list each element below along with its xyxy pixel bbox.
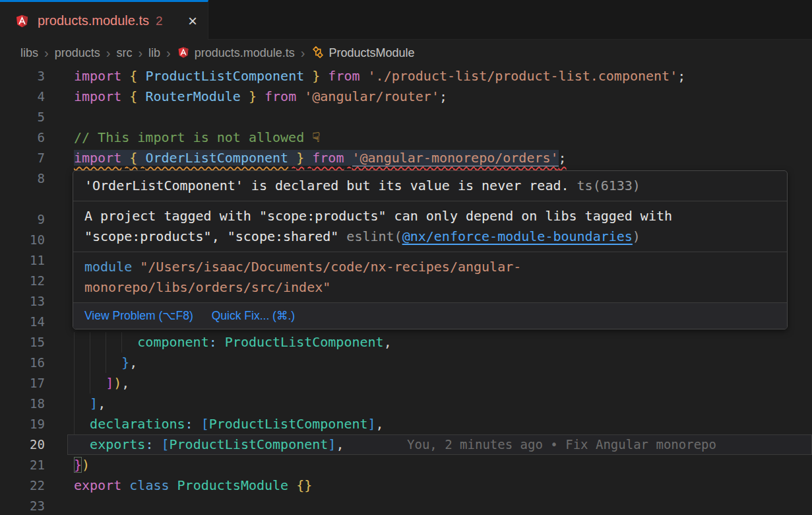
- code-token: [121, 477, 129, 493]
- code-token: }: [121, 355, 129, 370]
- line-number: 4: [0, 86, 45, 107]
- git-blame-annotation: You, 2 minutes ago • Fix Angular monorep…: [407, 434, 716, 455]
- code-text: // This import is not allowed ☟: [74, 127, 320, 148]
- hover-section-2: A project tagged with "scope:products" c…: [73, 201, 787, 252]
- line-number: 22: [0, 475, 45, 496]
- code-token: '@angular/router': [304, 88, 439, 104]
- code-token: declarations: [90, 416, 185, 432]
- code-token: ]: [90, 395, 98, 411]
- code-line-23[interactable]: 23: [0, 496, 812, 515]
- code-token: '@angular-monorepo/orders': [352, 150, 559, 166]
- hover-text: monorepo/libs/orders/src/index": [84, 279, 330, 295]
- close-icon[interactable]: ×: [188, 13, 197, 29]
- code-token: [121, 88, 129, 104]
- code-line-4[interactable]: 4import { RouterModule } from '@angular/…: [0, 86, 812, 107]
- code-text: }): [74, 455, 90, 475]
- breadcrumb-item-products-module-ts[interactable]: products.module.ts: [177, 46, 295, 60]
- breadcrumb-label: libs: [20, 46, 38, 59]
- code-text: ],: [74, 394, 106, 414]
- line-number: 3: [0, 66, 45, 86]
- code-text: declarations: [ProductListComponent],: [74, 414, 384, 434]
- hover-text: ts(6133): [569, 178, 640, 193]
- code-token: [137, 88, 145, 104]
- line-number: 7: [0, 148, 45, 168]
- code-token: [74, 355, 121, 370]
- breadcrumb-label: lib: [148, 46, 160, 59]
- chevron-right-icon: ›: [301, 46, 305, 61]
- hover-section-1: 'OrderListComponent' is declared but its…: [73, 171, 787, 201]
- breadcrumb-item-products[interactable]: products: [55, 46, 100, 60]
- code-line-18[interactable]: 18 ],: [0, 394, 812, 414]
- code-token: [288, 477, 296, 493]
- code-line-17[interactable]: 17 ]),: [0, 373, 812, 394]
- code-text: component: ProductListComponent,: [74, 332, 392, 353]
- breadcrumb-label: src: [116, 46, 132, 59]
- hover-text: 'OrderListComponent' is declared but its…: [84, 178, 569, 193]
- breadcrumb-item-productsmodule[interactable]: ProductsModule: [311, 46, 415, 60]
- code-token: import: [74, 68, 121, 84]
- line-number: 14: [0, 312, 45, 332]
- line-number: 23: [0, 496, 45, 515]
- tab-products-module[interactable]: products.module.ts 2 ×: [0, 0, 208, 40]
- code-text: import { RouterModule } from '@angular/r…: [74, 86, 447, 107]
- hover-text: eslint(: [338, 228, 402, 244]
- code-line-19[interactable]: 19 declarations: [ProductListComponent],: [0, 414, 812, 434]
- breadcrumb-label: products: [55, 46, 100, 59]
- code-token: [241, 88, 249, 104]
- code-token: [304, 150, 312, 166]
- breadcrumb-item-src[interactable]: src: [116, 46, 132, 60]
- code-line-6[interactable]: 6// This import is not allowed ☟: [0, 127, 812, 148]
- code-token: [74, 416, 90, 432]
- code-token: ): [113, 375, 121, 391]
- hover-action-bar: View Problem (⌥F8)Quick Fix... (⌘.): [73, 303, 787, 329]
- code-token: [170, 477, 177, 493]
- code-token: [193, 416, 201, 432]
- code-token: {: [129, 150, 137, 166]
- code-token: from: [328, 68, 359, 84]
- line-number: 8: [0, 168, 45, 189]
- line-number: 13: [0, 291, 45, 312]
- line-number: 15: [0, 332, 45, 353]
- code-line-20[interactable]: 20 exports: [ProductListComponent],You, …: [0, 434, 812, 455]
- code-token: ☟: [312, 129, 320, 145]
- breadcrumb-label: products.module.ts: [195, 46, 295, 59]
- code-token: [137, 68, 145, 84]
- line-number: 16: [0, 353, 45, 373]
- hover-text: "/Users/isaac/Documents/code/nx-recipes/…: [132, 259, 521, 275]
- chevron-right-icon: ›: [44, 46, 49, 61]
- line-number: 18: [0, 394, 45, 414]
- code-token: [: [201, 416, 209, 432]
- eslint-rule-link[interactable]: @nx/enforce-module-boundaries: [402, 228, 633, 244]
- code-line-5[interactable]: 5: [0, 107, 812, 127]
- hover-text: "scope:products", "scope:shared": [84, 228, 338, 244]
- line-number: 17: [0, 373, 45, 394]
- code-token: ,: [384, 334, 392, 350]
- chevron-right-icon: ›: [138, 46, 142, 61]
- line-number: 6: [0, 127, 45, 148]
- code-line-15[interactable]: 15 component: ProductListComponent,: [0, 332, 812, 353]
- chevron-right-icon: ›: [166, 46, 171, 61]
- hover-text: A project tagged with "scope:products" c…: [84, 208, 672, 224]
- code-token: export: [74, 477, 121, 493]
- code-token: from: [312, 150, 344, 166]
- view-problem-action[interactable]: View Problem (⌥F8): [84, 306, 193, 326]
- code-line-21[interactable]: 21}): [0, 455, 812, 475]
- code-token: {: [129, 68, 137, 84]
- code-line-3[interactable]: 3import { ProductListComponent } from '.…: [0, 66, 812, 86]
- code-line-22[interactable]: 22export class ProductsModule {}: [0, 475, 812, 496]
- code-token: [217, 334, 225, 350]
- code-line-16[interactable]: 16 },: [0, 353, 812, 373]
- code-line-7[interactable]: 7import { OrderListComponent } from '@an…: [0, 148, 812, 168]
- code-token: import: [74, 150, 121, 166]
- line-number: 10: [0, 230, 45, 250]
- code-token: import: [74, 88, 121, 104]
- hover-text-line: module "/Users/isaac/Documents/code/nx-r…: [84, 257, 776, 277]
- breadcrumb-label: ProductsModule: [329, 46, 415, 59]
- code-text: export class ProductsModule {}: [74, 475, 312, 496]
- code-token: }: [312, 68, 320, 84]
- quick-fix-action[interactable]: Quick Fix... (⌘.): [212, 306, 295, 326]
- line-number: 20: [0, 434, 45, 455]
- breadcrumb-item-lib[interactable]: lib: [148, 46, 160, 60]
- code-token: ,: [129, 355, 137, 370]
- breadcrumb-item-libs[interactable]: libs: [20, 46, 38, 60]
